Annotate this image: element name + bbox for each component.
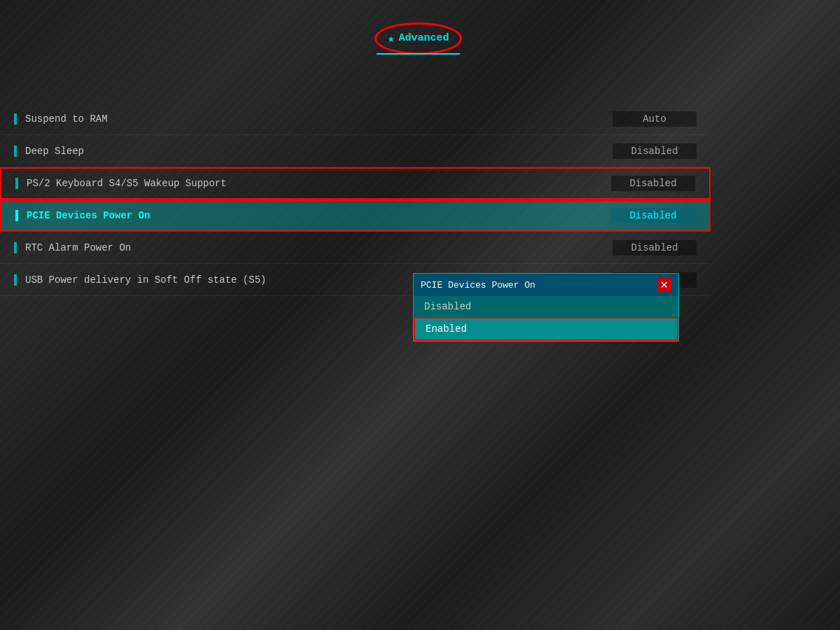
rtc-name: RTC Alarm Power On: [25, 242, 612, 253]
deep-sleep-name: Deep Sleep: [25, 146, 612, 157]
dropdown-option-enabled[interactable]: Enabled: [414, 317, 678, 341]
tab-advanced-label: Advanced: [398, 32, 449, 44]
setting-suspend-to-ram[interactable]: Suspend to RAM Auto: [0, 103, 710, 135]
usb-indicator: [14, 274, 17, 286]
deep-sleep-value: Disabled: [612, 144, 696, 159]
setting-ps2-keyboard[interactable]: PS/2 Keyboard S4/S5 Wakeup Support Disab…: [0, 167, 710, 200]
pcie-indicator: [15, 210, 18, 221]
pcie-dropdown-popup: PCIE Devices Power On ✕ Disabled Enabled: [413, 273, 679, 342]
suspend-name: Suspend to RAM: [25, 113, 612, 125]
suspend-indicator: [14, 113, 17, 125]
advanced-icon: ★: [388, 31, 395, 46]
setting-deep-sleep[interactable]: Deep Sleep Disabled: [0, 135, 710, 167]
deep-sleep-indicator: [14, 146, 17, 157]
ps2-indicator: [15, 178, 18, 189]
suspend-value: Auto: [612, 111, 696, 127]
rtc-value: Disabled: [612, 240, 696, 255]
tab-advanced[interactable]: ★ Advanced: [374, 22, 463, 55]
ps2-name: PS/2 Keyboard S4/S5 Wakeup Support: [27, 178, 611, 189]
pcie-value: Disabled: [611, 208, 695, 223]
ps2-value: Disabled: [611, 176, 695, 191]
rtc-indicator: [14, 242, 17, 253]
dropdown-header: PCIE Devices Power On ✕: [414, 274, 678, 296]
dropdown-close-button[interactable]: ✕: [657, 278, 671, 292]
pcie-name: PCIE Devices Power On: [27, 210, 611, 221]
setting-rtc-alarm[interactable]: RTC Alarm Power On Disabled: [0, 232, 710, 264]
dropdown-option-disabled[interactable]: Disabled: [414, 296, 678, 317]
dropdown-title: PCIE Devices Power On: [421, 280, 536, 290]
setting-pcie-devices[interactable]: PCIE Devices Power On Disabled: [0, 200, 710, 232]
